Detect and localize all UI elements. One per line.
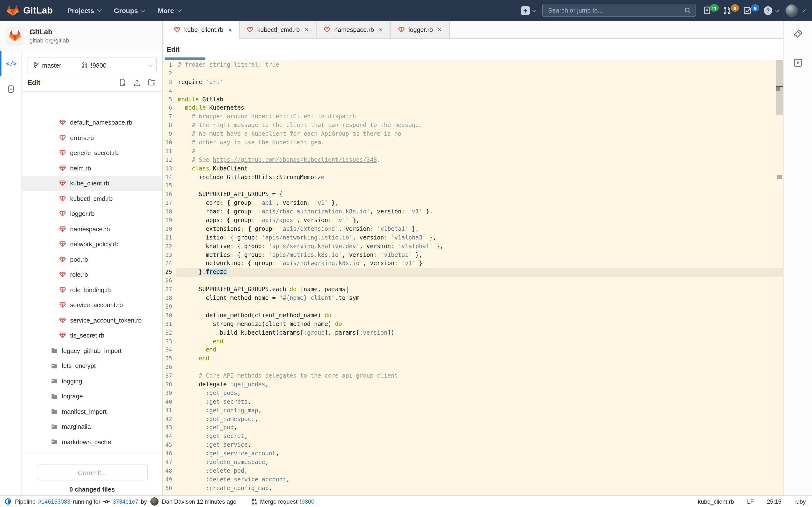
tree-item-helm.rb[interactable]: helm.rb [22,161,162,176]
code-line-11[interactable]: 11 # [163,147,783,156]
tree-item-logger.rb[interactable]: logger.rb [22,206,162,221]
tree-item-lets_encrypt[interactable]: lets_encrypt [22,358,162,374]
code-line-47[interactable]: 47 :delete_namespace, [163,458,783,467]
code-line-34[interactable]: 34 end [163,346,783,355]
code-line-6[interactable]: 6 module Kubernetes [163,104,783,113]
line-number[interactable]: 13 [163,164,175,173]
new-menu-button[interactable]: + [521,6,535,15]
line-number[interactable]: 5 [163,95,175,104]
line-number[interactable]: 33 [163,337,175,346]
tree-item-pod.rb[interactable]: pod.rb [22,252,162,267]
statusbar-eol[interactable]: LF [747,498,754,505]
code-line-2[interactable]: 2 [163,69,783,78]
line-number[interactable]: 28 [163,294,175,303]
line-number[interactable]: 42 [163,415,175,424]
tree-item-marginalia[interactable]: marginalia [22,419,162,434]
line-number[interactable]: 14 [163,173,175,182]
editor-scrollbar[interactable] [776,60,783,495]
code-line-50[interactable]: 50 :create_config_map, [163,484,783,493]
line-number[interactable]: 8 [163,121,175,130]
tree-item-metrics[interactable]: metrics [22,450,162,453]
code-line-19[interactable]: 19 apps: { group: 'apis/apps', version: … [163,216,783,225]
code-line-16[interactable]: 16 SUPPORTED_API_GROUPS = { [163,190,783,199]
pipeline-id-link[interactable]: #146153083 [38,498,70,505]
code-line-40[interactable]: 40 :get_secrets, [163,398,783,406]
pipeline-status[interactable]: Pipeline #146153083 running for 3734e1e7… [5,497,314,506]
gitlab-logo[interactable]: GitLab [7,5,53,16]
line-number[interactable]: 24 [163,260,175,268]
code-line-27[interactable]: 27 SUPPORTED_API_GROUPS.each do |name, p… [163,285,783,294]
tree-item-role_binding.rb[interactable]: role_binding.rb [22,282,162,297]
tree-item-errors.rb[interactable]: errors.rb [22,130,162,145]
statusbar-language[interactable]: ruby [794,498,806,505]
line-number[interactable]: 37 [163,372,175,381]
line-number[interactable]: 17 [163,199,175,208]
code-line-37[interactable]: 37 # Core API methods delegates to the c… [163,372,783,381]
tab-close-icon[interactable]: × [228,26,232,33]
code-line-9[interactable]: 9 # We must have a kubeclient for each A… [163,130,783,138]
line-number[interactable]: 32 [163,329,175,337]
tree-item-kube_client.rb[interactable]: kube_client.rb [22,176,162,191]
tab-close-icon[interactable]: × [379,26,383,33]
code-line-31[interactable]: 31 strong_memoize(client_method_name) do [163,320,783,329]
line-number[interactable]: 2 [163,69,175,78]
line-number[interactable]: 22 [163,242,175,251]
code-line-38[interactable]: 38 delegate :get_nodes, [163,381,783,389]
code-line-30[interactable]: 30 define_method(client_method_name) do [163,312,783,320]
tab-namespace.rb[interactable]: namespace.rb× [316,21,391,39]
line-number[interactable]: 48 [163,467,175,475]
tree-item-manifest_import[interactable]: manifest_import [22,404,162,419]
tab-logger.rb[interactable]: logger.rb× [391,21,450,39]
new-file-button[interactable] [119,78,126,86]
code-line-5[interactable]: 5module Gitlab [163,95,783,104]
code-line-45[interactable]: 45 :get_service, [163,441,783,450]
nav-item-more[interactable]: More [158,6,180,14]
line-number[interactable]: 12 [163,156,175,165]
tree-item-markdown_cache[interactable]: markdown_cache [22,434,162,450]
line-number[interactable]: 16 [163,190,175,199]
line-number[interactable]: 15 [163,182,175,190]
line-number[interactable]: 47 [163,458,175,467]
code-line-13[interactable]: 13 class KubeClient [163,164,783,173]
code-line-23[interactable]: 23 metrics: { group: 'apis/metrics.k8s.i… [163,251,783,260]
line-number[interactable]: 36 [163,363,175,372]
code-line-29[interactable]: 29 [163,303,783,312]
line-number[interactable]: 30 [163,312,175,320]
line-number[interactable]: 6 [163,104,175,113]
code-line-28[interactable]: 28 client_method_name = "#{name}_client"… [163,294,783,303]
tree-item-default_namespace.rb[interactable]: default_namespace.rb [22,120,162,130]
tab-close-icon[interactable]: × [305,26,309,33]
tree-item-logging[interactable]: logging [22,374,162,389]
line-number[interactable]: 1 [163,61,175,69]
pipelines-button[interactable] [793,58,803,68]
code-line-25[interactable]: 25 }.freeze [163,268,783,277]
line-number[interactable]: 20 [163,225,175,234]
code-line-22[interactable]: 22 knative: { group: 'apis/serving.knati… [163,242,783,251]
rail-item-edit[interactable]: </> [0,51,21,76]
code-line-32[interactable]: 32 build_kubeclient(params[:group], para… [163,329,783,337]
nav-item-groups[interactable]: Groups [114,6,144,14]
statusbar-cursor-position[interactable]: 25:15 [767,498,781,505]
code-line-41[interactable]: 41 :get_config_map, [163,406,783,415]
line-number[interactable]: 34 [163,346,175,355]
line-number[interactable]: 29 [163,303,175,312]
code-line-4[interactable]: 4 [163,87,783,95]
tab-edit-mode[interactable]: Edit [167,45,180,53]
statusbar-filename[interactable]: kube_client.rb [698,498,734,505]
line-number[interactable]: 44 [163,433,175,441]
line-number[interactable]: 49 [163,475,175,484]
line-number[interactable]: 27 [163,285,175,294]
code-line-35[interactable]: 35 end [163,355,783,363]
line-number[interactable]: 7 [163,113,175,121]
line-number[interactable]: 38 [163,381,175,389]
code-line-36[interactable]: 36 [163,363,783,372]
tree-item-legacy_github_import[interactable]: legacy_github_import [22,343,162,358]
code-line-24[interactable]: 24 networking: { group: 'apis/networking… [163,260,783,268]
code-line-42[interactable]: 42 :get_namespace, [163,415,783,424]
code-line-46[interactable]: 46 :get_service_account, [163,450,783,458]
code-line-1[interactable]: 1# frozen_string_literal: true [163,61,783,69]
new-folder-button[interactable] [148,79,156,86]
code-line-20[interactable]: 20 extensions: { group: 'apis/extensions… [163,225,783,234]
line-number[interactable]: 41 [163,406,175,415]
branch-selector[interactable]: master !9800 [28,57,157,73]
